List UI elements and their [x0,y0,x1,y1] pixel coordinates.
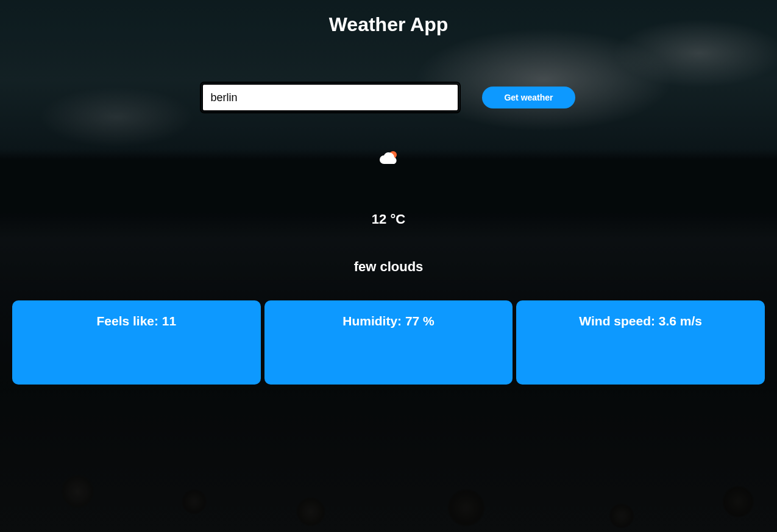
humidity-card: Humidity: 77 % [264,300,513,385]
weather-description: few clouds [354,259,424,275]
app-container: Weather App Get weather 12 °C few clouds… [0,0,777,532]
search-row: Get weather [202,83,575,112]
feels-like-value: Feels like: 11 [24,314,249,328]
city-input[interactable] [202,83,459,112]
wind-speed-card: Wind speed: 3.6 m/s [516,300,765,385]
temperature-display: 12 °C [372,211,405,227]
wind-speed-value: Wind speed: 3.6 m/s [528,314,753,328]
app-title: Weather App [329,13,449,36]
get-weather-button[interactable]: Get weather [482,87,575,108]
weather-icon [378,148,400,170]
details-cards: Feels like: 11 Humidity: 77 % Wind speed… [0,300,777,385]
few-clouds-icon [378,148,400,170]
feels-like-card: Feels like: 11 [12,300,261,385]
humidity-value: Humidity: 77 % [277,314,501,328]
